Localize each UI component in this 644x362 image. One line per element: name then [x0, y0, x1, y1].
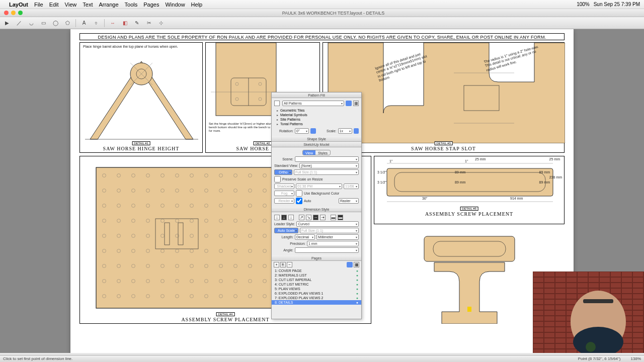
pattern-fill-header[interactable]: Pattern Fill: [272, 93, 361, 98]
pages-grid-view[interactable]: ▦: [354, 262, 359, 267]
menu-pages[interactable]: Pages: [143, 2, 159, 8]
join-tool-icon[interactable]: ⊹: [157, 19, 165, 27]
tree-item[interactable]: Site Patterns: [274, 117, 359, 122]
svg-point-47: [205, 189, 208, 193]
window-title: PAULK 3x6 WORKBENCH TEST.layout - DETAIL…: [23, 11, 644, 16]
pages-list-view[interactable]: [347, 262, 353, 267]
leader-select[interactable]: Curved: [296, 221, 359, 227]
duplicate-page-button[interactable]: ⎘: [280, 262, 286, 267]
render-button[interactable]: Render: [274, 198, 294, 204]
line-tool-icon[interactable]: ／: [15, 19, 23, 27]
dim-arrow-3-icon[interactable]: ↔: [313, 215, 318, 220]
dimension-tool-icon[interactable]: ↔: [109, 19, 117, 27]
dim-arrow-2-icon[interactable]: ↘: [306, 215, 311, 220]
status-zoom[interactable]: 138%: [631, 356, 641, 361]
dim-align-1-icon[interactable]: ⟂: [274, 215, 280, 220]
dim-arrow-1-icon[interactable]: ↗: [299, 215, 304, 220]
menu-window[interactable]: Window: [165, 2, 185, 8]
fog-toggle[interactable]: Fog: [274, 191, 294, 196]
page-item[interactable]: 5: PLAN VIEWS●: [272, 287, 361, 291]
text-tool-icon[interactable]: A: [80, 19, 88, 27]
shadow-time[interactable]: 01:30 PM: [296, 184, 342, 189]
circle-tool-icon[interactable]: ◯: [51, 19, 59, 27]
rotation-field[interactable]: 0°: [295, 128, 309, 134]
pages-list[interactable]: 1: COVER PAGE● 2: MATERIALS LIST● 3: CUT…: [272, 268, 361, 305]
menu-view[interactable]: View: [65, 2, 77, 8]
menubar-battery[interactable]: 100%: [577, 2, 590, 7]
pages-header[interactable]: Pages: [272, 255, 361, 261]
select-tool-icon[interactable]: ▶: [3, 19, 11, 27]
preserve-scale-checkbox[interactable]: [274, 176, 281, 183]
angle-select[interactable]: [295, 247, 359, 253]
svg-point-150: [132, 280, 135, 283]
menubar-clock[interactable]: Sun Sep 25 7:39 PM: [594, 2, 640, 7]
fullsize-button[interactable]: Full Size (1:1): [294, 169, 359, 175]
rectangle-tool-icon[interactable]: ▭: [39, 19, 47, 27]
shadows-toggle[interactable]: Shadows: [274, 184, 294, 189]
length-format-select[interactable]: Decimal: [295, 234, 315, 240]
tree-item[interactable]: Material Symbols: [274, 113, 359, 117]
dim-r2: 89 mm: [455, 180, 465, 185]
tree-item[interactable]: Geometric Tiles: [274, 108, 359, 113]
traffic-lights[interactable]: [0, 11, 23, 15]
page-item[interactable]: 3: CUT LIST IMPERIAL●: [272, 278, 361, 282]
menu-edit[interactable]: Edit: [49, 2, 59, 8]
menu-help[interactable]: Help: [191, 2, 203, 8]
page-item[interactable]: 4: CUT LIST METRIC●: [272, 282, 361, 287]
list-view-toggle[interactable]: [346, 101, 352, 106]
ortho-button[interactable]: Ortho: [274, 169, 292, 175]
precision-select[interactable]: 1 mm: [307, 241, 359, 246]
render-mode-select[interactable]: Raster: [339, 198, 359, 204]
window-titlebar: PAULK 3x6 WORKBENCH TEST.layout - DETAIL…: [0, 9, 644, 17]
pattern-tree[interactable]: Geometric Tiles Material Symbols Site Pa…: [274, 107, 359, 127]
shape-style-header[interactable]: Shape Style: [272, 136, 361, 142]
dim-align-2-icon[interactable]: ⟂: [281, 215, 287, 220]
scale-stepper[interactable]: [354, 128, 359, 134]
menu-arrange[interactable]: Arrange: [99, 2, 118, 8]
svg-point-40: [103, 189, 106, 193]
stdview-select[interactable]: (None): [299, 163, 359, 168]
pattern-category-select[interactable]: All Patterns: [282, 101, 344, 106]
fullsize2-button[interactable]: Full Size (1:1): [300, 228, 359, 233]
dim-gap-2-icon[interactable]: ▬: [338, 215, 343, 220]
shadow-date[interactable]: 11/08: [344, 184, 359, 189]
app-menu[interactable]: LayOut: [9, 2, 28, 8]
style-tool-icon[interactable]: ✎: [133, 19, 141, 27]
page-item[interactable]: 2: MATERIALS LIST●: [272, 273, 361, 278]
view-styles-segment[interactable]: View Styles: [302, 150, 331, 155]
rotation-stepper[interactable]: [310, 128, 316, 134]
eraser-tool-icon[interactable]: ◧: [121, 19, 129, 27]
dim-icon-row[interactable]: ⟂ ⟂ ⟂ ↗ ↘ ↔ ⇥ ▬ ▬: [274, 215, 359, 220]
menu-text[interactable]: Text: [83, 2, 93, 8]
scene-select[interactable]: [295, 156, 359, 162]
menu-tools[interactable]: Tools: [125, 2, 138, 8]
label-tool-icon[interactable]: ⎀: [92, 19, 100, 27]
page-item-selected[interactable]: 8: DETAILS●: [272, 300, 361, 305]
scale-field[interactable]: 1x: [338, 128, 352, 134]
dim-arrow-4-icon[interactable]: ⇥: [320, 215, 326, 220]
menu-file[interactable]: File: [34, 2, 43, 8]
autoscale-button[interactable]: Auto Scale: [274, 228, 298, 233]
auto-render-checkbox[interactable]: [296, 198, 302, 204]
dim-gap-1-icon[interactable]: ▬: [331, 215, 336, 220]
page-item[interactable]: 6: EXPLODED PLAN VIEWS 1●: [272, 291, 361, 296]
length-unit-select[interactable]: Millimeter: [316, 234, 359, 240]
sketchup-model-header[interactable]: SketchUp Model: [272, 142, 361, 147]
inspector-panel[interactable]: Pattern Fill All Patterns ▦ Geometric Ti…: [271, 92, 362, 319]
add-page-button[interactable]: +: [274, 262, 279, 267]
page-item[interactable]: 1: COVER PAGE●: [272, 268, 361, 273]
svg-point-155: [205, 280, 208, 283]
pattern-swatch[interactable]: [274, 101, 280, 106]
grid-view-toggle[interactable]: ▦: [353, 101, 359, 106]
dim-align-3-icon[interactable]: ⟂: [288, 215, 294, 220]
dimension-style-header[interactable]: Dimension Style: [272, 207, 361, 212]
page-item[interactable]: 7: EXPLODED PLAN VIEWS 2●: [272, 296, 361, 300]
view-tab[interactable]: View: [303, 150, 315, 155]
remove-page-button[interactable]: −: [287, 262, 292, 267]
arc-tool-icon[interactable]: ◡: [27, 19, 35, 27]
use-bg-checkbox[interactable]: [296, 190, 302, 197]
styles-tab[interactable]: Styles: [315, 150, 330, 155]
tree-item[interactable]: Tonal Patterns: [274, 122, 359, 126]
split-tool-icon[interactable]: ✂: [145, 19, 153, 27]
polygon-tool-icon[interactable]: ⬠: [63, 19, 71, 27]
